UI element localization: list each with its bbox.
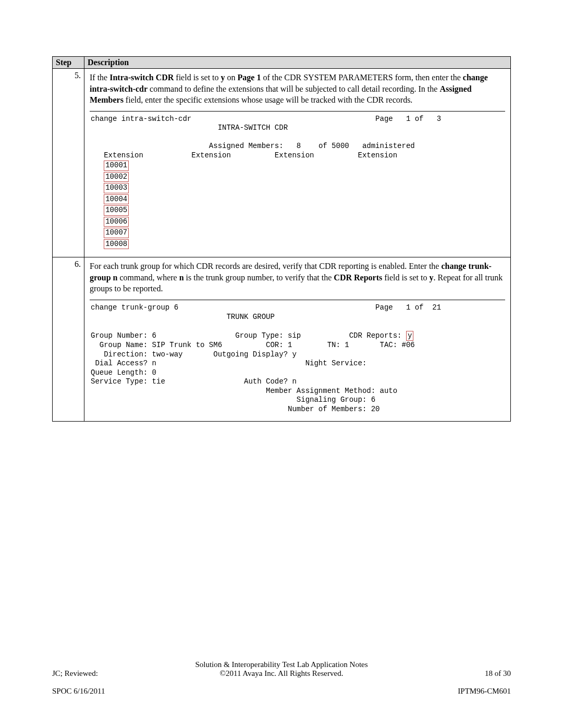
term-line: Queue Length: 0 [91, 368, 504, 378]
extension-box: 10003 [104, 183, 129, 193]
footer-center: Solution & Interoperability Test Lab App… [146, 660, 417, 678]
term-line: Dial Access? n Night Service: [91, 359, 504, 368]
term-members: Assigned Members: 8 of 5000 administered [209, 142, 415, 150]
text: If the [90, 73, 109, 82]
term-cmd: change intra-switch-cdr [91, 115, 191, 123]
step5-text: If the Intra-switch CDR field is set to … [90, 72, 505, 106]
term-title-line: TRUNK GROUP [91, 313, 504, 322]
footer-left-1: JC; Reviewed: [52, 669, 98, 677]
page-footer: JC; Reviewed: SPOC 6/16/2011 Solution & … [52, 660, 511, 696]
term-members-line: Assigned Members: 8 of 5000 administered [91, 142, 504, 151]
extension-box: 10008 [104, 239, 129, 250]
term-line: Direction: two-way Outgoing Display? y [91, 350, 504, 360]
extension-box: 10007 [104, 228, 129, 238]
footer-center-1: Solution & Interoperability Test Lab App… [195, 660, 368, 669]
bold-text: Intra-switch CDR [109, 73, 174, 82]
step-description: For each trunk group for which CDR recor… [84, 257, 511, 422]
footer-right-2: IPTM96-CM601 [458, 687, 511, 695]
footer-left-2: SPOC 6/16/2011 [52, 687, 105, 695]
ext-row: 10005 [91, 205, 504, 216]
extension-box: 10002 [104, 172, 129, 182]
ext-row: 10006 [91, 216, 504, 228]
term-line: Signaling Group: 6 [91, 396, 504, 405]
extension-box: 10005 [104, 205, 129, 216]
term-line: Group Name: SIP Trunk to SM6 COR: 1 TN: … [91, 341, 504, 350]
bold-text: Page 1 [238, 73, 261, 82]
table-header-row: Step Description [53, 57, 511, 69]
footer-left: JC; Reviewed: SPOC 6/16/2011 [52, 660, 146, 696]
col-description: Description [84, 57, 511, 69]
ext-row: 10008 [91, 239, 504, 250]
footer-center-2: ©2011 Avaya Inc. All Rights Reserved. [220, 669, 344, 677]
footer-right: 18 of 30 IPTM96-CM601 [417, 660, 511, 696]
table-row: 6. For each trunk group for which CDR re… [53, 257, 511, 422]
ext-row: 10004 [91, 194, 504, 205]
term-line: Group Number: 6 Group Type: sip CDR Repo… [91, 331, 504, 341]
term-title-line: INTRA-SWITCH CDR [91, 124, 504, 133]
col-step: Step [53, 57, 84, 69]
step-number: 6. [53, 257, 84, 422]
bold-text: CDR Reports [334, 273, 382, 282]
bold-text: n [179, 273, 184, 282]
text: Group Number: 6 Group Type: sip CDR Repo… [91, 331, 406, 340]
term-cmd-line: change trunk-group 6 Page 1 of 21 [91, 303, 504, 313]
ext-row: 10002 [91, 171, 504, 183]
term-title: INTRA-SWITCH CDR [218, 124, 288, 132]
text: field is set to [174, 73, 221, 82]
bold-text: y [221, 73, 225, 82]
table-row: 5. If the Intra-switch CDR field is set … [53, 69, 511, 257]
terminal-block-5: change intra-switch-cdr Page 1 of 3 INTR… [90, 111, 505, 252]
term-title: TRUNK GROUP [226, 313, 274, 321]
steps-table: Step Description 5. If the Intra-switch … [52, 56, 511, 422]
text: on [225, 73, 238, 82]
terminal-block-6: change trunk-group 6 Page 1 of 21 TRUNK … [90, 300, 505, 416]
ext-row: 10001 [91, 160, 504, 171]
term-line: Number of Members: 20 [91, 405, 504, 414]
page-content: Step Description 5. If the Intra-switch … [0, 0, 563, 422]
term-cmd-line: change intra-switch-cdr Page 1 of 3 [91, 115, 504, 124]
text: field, enter the specific extensions who… [124, 95, 413, 104]
term-page: Page 1 of 21 [375, 303, 441, 312]
term-cmd: change trunk-group 6 [91, 303, 178, 312]
term-ext-headers: Extension Extension Extension Extension [91, 151, 504, 161]
text: is the trunk group number, to verify tha… [184, 273, 334, 282]
ext-row: 10007 [91, 227, 504, 239]
text: command to define the extensions that wi… [148, 84, 439, 93]
step-number: 5. [53, 69, 84, 257]
extension-box: 10004 [104, 194, 129, 205]
step-description: If the Intra-switch CDR field is set to … [84, 69, 511, 257]
term-line: Member Assignment Method: auto [91, 387, 504, 396]
cdr-reports-box: y [406, 331, 413, 341]
extension-box: 10001 [104, 161, 129, 171]
text: of the CDR SYSTEM PARAMETERS form, then … [261, 73, 462, 82]
extension-box: 10006 [104, 217, 129, 227]
term-page: Page 1 of 3 [375, 115, 441, 123]
term-line: Service Type: tie Auth Code? n [91, 377, 504, 387]
text: command, where [118, 273, 179, 282]
step6-text: For each trunk group for which CDR recor… [90, 261, 505, 294]
footer-right-1: 18 of 30 [485, 669, 511, 677]
text: field is set to [382, 273, 429, 282]
text: For each trunk group for which CDR recor… [90, 262, 441, 270]
ext-row: 10003 [91, 182, 504, 194]
